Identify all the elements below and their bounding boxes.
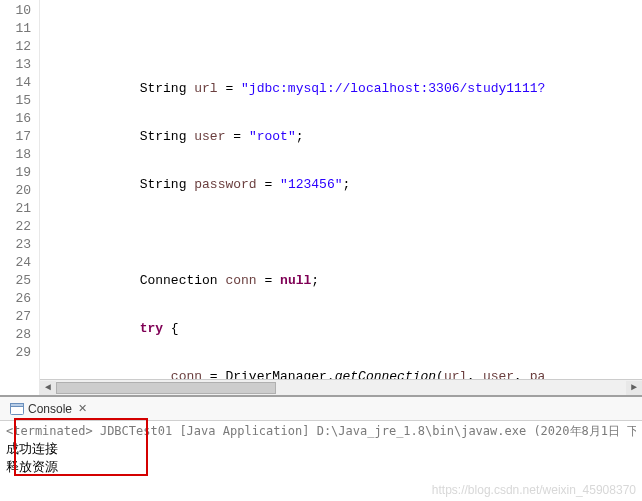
console-output-line: 释放资源	[6, 458, 636, 476]
code-line: try {	[46, 320, 642, 338]
code-line: String user = "root";	[46, 128, 642, 146]
line-number-gutter: 1011121314151617181920212223242526272829	[0, 0, 40, 395]
close-icon[interactable]: ✕	[78, 402, 87, 415]
code-content[interactable]: String url = "jdbc:mysql://localhost:330…	[40, 0, 642, 395]
code-line	[46, 224, 642, 242]
code-line: Connection conn = null;	[46, 272, 642, 290]
horizontal-scrollbar[interactable]: ◄ ►	[40, 379, 642, 395]
console-tab[interactable]: Console ✕	[4, 400, 93, 418]
code-line: String url = "jdbc:mysql://localhost:330…	[46, 80, 642, 98]
code-line	[46, 32, 642, 50]
console-icon	[10, 403, 24, 415]
console-output-line: 成功连接	[6, 440, 636, 458]
console-body[interactable]: <terminated> JDBCTest01 [Java Applicatio…	[0, 421, 642, 480]
console-status: <terminated> JDBCTest01 [Java Applicatio…	[6, 423, 636, 440]
console-tab-label: Console	[28, 402, 72, 416]
scroll-left-arrow-icon[interactable]: ◄	[40, 381, 56, 395]
console-panel: Console ✕ <terminated> JDBCTest01 [Java …	[0, 395, 642, 501]
scroll-thumb[interactable]	[56, 382, 276, 394]
scroll-right-arrow-icon[interactable]: ►	[626, 381, 642, 395]
scroll-track[interactable]	[56, 381, 626, 395]
svg-rect-1	[11, 403, 24, 406]
code-line: String password = "123456";	[46, 176, 642, 194]
code-editor[interactable]: 1011121314151617181920212223242526272829…	[0, 0, 642, 395]
console-tab-bar: Console ✕	[0, 397, 642, 421]
